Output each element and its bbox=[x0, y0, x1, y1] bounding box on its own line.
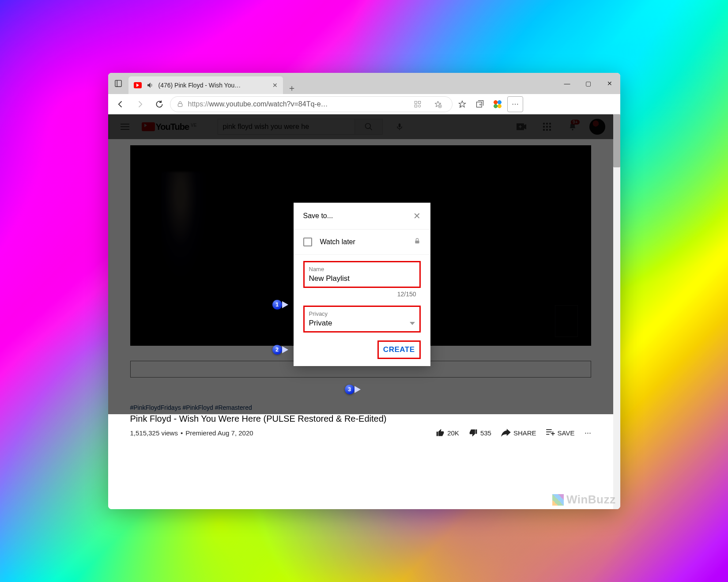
video-meta-row: 1,515,325 views • Premiered Aug 7, 2020 … bbox=[130, 428, 591, 437]
svg-rect-21 bbox=[415, 241, 419, 244]
svg-rect-3 bbox=[418, 101, 420, 103]
svg-rect-2 bbox=[415, 101, 417, 103]
browser-tab[interactable]: (476) Pink Floyd - Wish You… ✕ bbox=[128, 76, 283, 94]
dialog-title: Save to... bbox=[303, 212, 333, 220]
browser-menu-button[interactable]: ⋯ bbox=[507, 96, 523, 112]
name-counter: 12/150 bbox=[294, 291, 416, 298]
privacy-field[interactable]: Privacy Private bbox=[303, 306, 421, 333]
dropdown-arrow-icon bbox=[410, 322, 415, 325]
callout-2: 2 bbox=[272, 345, 282, 355]
tab-title: (476) Pink Floyd - Wish You… bbox=[158, 82, 268, 89]
page-scrollbar[interactable] bbox=[613, 114, 620, 509]
vertical-tabs-icon[interactable] bbox=[108, 73, 128, 94]
minimize-button[interactable]: — bbox=[557, 73, 578, 94]
callout-3: 3 bbox=[345, 385, 355, 394]
window-controls: — ▢ ✕ bbox=[557, 73, 620, 94]
site-lock-icon bbox=[177, 101, 184, 108]
maximize-button[interactable]: ▢ bbox=[578, 73, 599, 94]
watermark-icon bbox=[552, 494, 564, 506]
browser-tabbar: (476) Pink Floyd - Wish You… ✕ ＋ — ▢ ✕ bbox=[108, 73, 620, 94]
close-window-button[interactable]: ✕ bbox=[599, 73, 620, 94]
playlist-name-field[interactable]: Name bbox=[303, 261, 421, 288]
dislike-button[interactable]: 535 bbox=[469, 428, 491, 437]
collections-icon[interactable] bbox=[472, 96, 488, 112]
view-count: 1,515,325 views bbox=[130, 429, 178, 437]
url-field[interactable]: https://www.youtube.com/watch?v=84Tq-e… bbox=[170, 96, 453, 112]
privacy-label: Privacy bbox=[309, 310, 415, 317]
svg-rect-1 bbox=[178, 103, 182, 106]
svg-point-5 bbox=[418, 105, 420, 107]
scrollbar-thumb[interactable] bbox=[613, 114, 620, 167]
watch-later-checkbox[interactable] bbox=[303, 238, 312, 246]
create-button[interactable]: CREATE bbox=[377, 340, 421, 359]
page-content: YouTube VE bbox=[108, 114, 613, 509]
app-install-icon[interactable] bbox=[410, 96, 426, 112]
extension-icon[interactable] bbox=[490, 96, 505, 112]
audio-playing-icon[interactable] bbox=[146, 81, 154, 89]
share-button[interactable]: SHARE bbox=[501, 429, 536, 437]
privacy-value: Private bbox=[309, 319, 332, 328]
forward-button[interactable] bbox=[131, 96, 149, 112]
more-actions-button[interactable]: ⋯ bbox=[585, 429, 591, 437]
add-favorite-icon[interactable] bbox=[430, 96, 446, 112]
svg-rect-4 bbox=[415, 105, 417, 107]
premiere-date: Premiered Aug 7, 2020 bbox=[185, 429, 253, 437]
save-button[interactable]: SAVE bbox=[546, 429, 575, 437]
dialog-close-icon[interactable]: ✕ bbox=[413, 211, 421, 221]
watch-later-label: Watch later bbox=[320, 238, 355, 246]
video-title: Pink Floyd - Wish You Were Here (PULSE R… bbox=[130, 414, 591, 424]
name-label: Name bbox=[309, 266, 415, 272]
url-text: https://www.youtube.com/watch?v=84Tq-e… bbox=[188, 100, 405, 108]
lock-icon bbox=[414, 238, 421, 246]
back-button[interactable] bbox=[112, 96, 129, 112]
tab-close-icon[interactable]: ✕ bbox=[272, 82, 278, 89]
playlist-name-input[interactable] bbox=[309, 272, 415, 283]
browser-window: (476) Pink Floyd - Wish You… ✕ ＋ — ▢ ✕ h… bbox=[108, 73, 620, 509]
svg-rect-0 bbox=[115, 80, 121, 87]
watermark: WinBuzz bbox=[552, 493, 616, 506]
favorites-list-icon[interactable] bbox=[454, 96, 470, 112]
content-frame: YouTube VE bbox=[108, 114, 620, 509]
youtube-favicon-icon bbox=[134, 82, 142, 88]
address-bar: https://www.youtube.com/watch?v=84Tq-e… … bbox=[108, 94, 620, 114]
save-to-dialog: Save to... ✕ Watch later Name 12/150 Pr bbox=[294, 203, 430, 366]
callout-1: 1 bbox=[272, 300, 282, 310]
like-button[interactable]: 20K bbox=[436, 428, 459, 437]
refresh-button[interactable] bbox=[151, 96, 168, 112]
new-tab-button[interactable]: ＋ bbox=[283, 82, 301, 94]
